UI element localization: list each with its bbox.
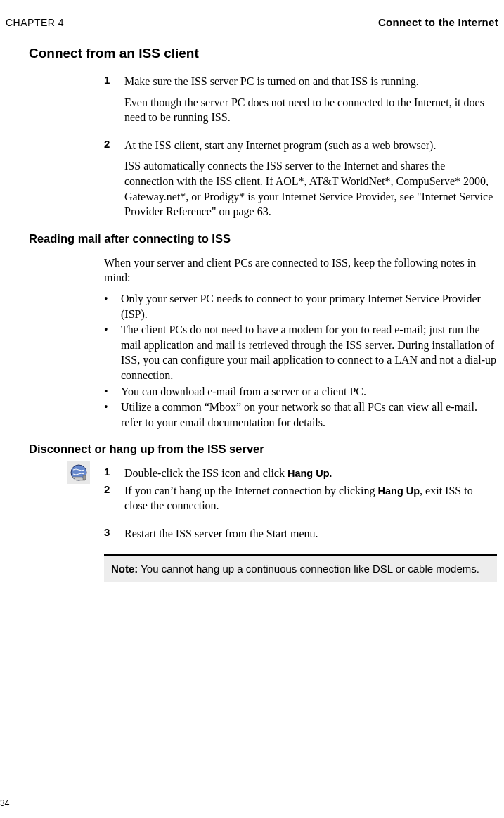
step-paragraph: ISS automatically connects the ISS serve… — [124, 158, 497, 219]
bullet-marker: • — [104, 400, 121, 430]
step-text: At the ISS client, start any Internet pr… — [124, 138, 497, 219]
step-number: 2 — [104, 483, 124, 513]
chapter-title: Connect to the Internet — [378, 16, 498, 28]
step-paragraph: Even though the server PC does not need … — [124, 95, 497, 125]
page-number: 34 — [0, 798, 9, 808]
step-text: Double-click the ISS icon and click Hang… — [124, 466, 332, 481]
page-header: CHAPTER 4 Connect to the Internet — [0, 0, 504, 28]
step-text-pre: Double-click the ISS icon and click — [124, 467, 287, 479]
bullet-marker: • — [104, 384, 121, 400]
step-3: 3 Restart the ISS server from the Start … — [104, 526, 497, 542]
bullet-text: Only your server PC needs to connect to … — [121, 291, 497, 321]
chapter-label: CHAPTER 4 — [6, 17, 64, 28]
svg-rect-2 — [83, 475, 86, 480]
list-item: • The client PCs do not need to have a m… — [104, 322, 497, 383]
step-number: 3 — [104, 526, 124, 542]
step-number: 1 — [104, 74, 124, 125]
body-paragraph: When your server and client PCs are conn… — [104, 255, 497, 286]
step-text-pre: If you can’t hang up the Internet connec… — [124, 485, 377, 497]
step-1: 1 Make sure the ISS server PC is turned … — [104, 74, 497, 125]
step-1: 1 Double-click the ISS icon and click Ha… — [104, 466, 497, 481]
note-text: You cannot hang up a continuous connecti… — [138, 563, 479, 575]
step-2: 2 If you can’t hang up the Internet conn… — [104, 483, 497, 513]
bullet-marker: • — [104, 322, 121, 383]
step-paragraph: Make sure the ISS server PC is turned on… — [124, 74, 497, 89]
step-number: 2 — [104, 138, 124, 219]
note-label: Note: — [111, 563, 138, 575]
step-text-bold: Hang Up — [377, 485, 420, 497]
step-paragraph: At the ISS client, start any Internet pr… — [124, 138, 497, 153]
bullet-text: You can download e-mail from a server or… — [121, 384, 366, 400]
iss-icon — [67, 461, 90, 484]
subsection-title-disconnect: Disconnect or hang up from the ISS serve… — [29, 442, 497, 456]
bullet-text: The client PCs do not need to have a mod… — [121, 322, 497, 383]
bullet-text: Utilize a common “Mbox” on your network … — [121, 400, 497, 430]
step-number: 1 — [104, 466, 124, 481]
step-text: Make sure the ISS server PC is turned on… — [124, 74, 497, 125]
list-item: • You can download e-mail from a server … — [104, 384, 497, 400]
step-text: Restart the ISS server from the Start me… — [124, 526, 318, 542]
step-text-bold: Hang Up — [287, 468, 330, 479]
page-content: Connect from an ISS client 1 Make sure t… — [0, 28, 504, 582]
section-title-connect-from-iss-client: Connect from an ISS client — [29, 46, 497, 61]
note-box: Note: You cannot hang up a continuous co… — [104, 554, 497, 582]
step-text-post: . — [330, 467, 332, 479]
step-2: 2 At the ISS client, start any Internet … — [104, 138, 497, 219]
bullet-list: • Only your server PC needs to connect t… — [104, 291, 497, 430]
bullet-marker: • — [104, 291, 121, 321]
step-text: If you can’t hang up the Internet connec… — [124, 483, 497, 513]
subsection-title-reading-mail: Reading mail after connecting to ISS — [29, 232, 497, 245]
list-item: • Utilize a common “Mbox” on your networ… — [104, 400, 497, 430]
list-item: • Only your server PC needs to connect t… — [104, 291, 497, 321]
